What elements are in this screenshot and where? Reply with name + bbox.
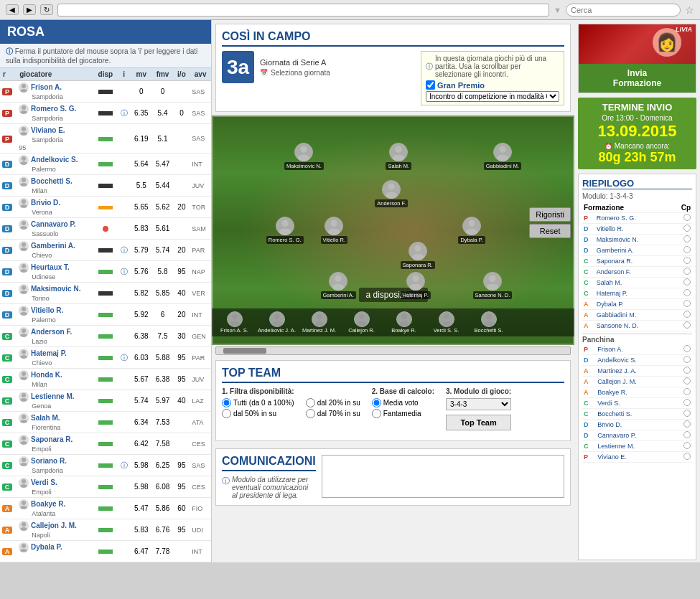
field-player[interactable]: Maksimovic N. xyxy=(284,143,324,170)
rigoristi-button[interactable]: Rigoristi xyxy=(529,207,571,222)
comunicazioni-textarea[interactable] xyxy=(322,455,564,498)
bench-player-name: Martinez J. M. xyxy=(302,327,336,334)
invia-formazione-button[interactable]: InviaFormazione xyxy=(579,64,696,93)
player-name[interactable]: Gamberini A. xyxy=(31,242,75,250)
player-team: Lazio xyxy=(32,338,47,345)
table-row[interactable]: D Vitiello R. Palermo 5.92 6 20 INT xyxy=(0,304,211,326)
table-row[interactable]: C Saponara R. Empoli 6.42 7.58 CES xyxy=(0,433,211,455)
player-avatar xyxy=(19,478,29,488)
player-name[interactable]: Viviano E. xyxy=(31,126,65,134)
field-player[interactable]: Romero S. G. xyxy=(266,217,304,244)
player-name[interactable]: Andelkovic S. xyxy=(31,156,78,164)
player-name[interactable]: Verdi S. xyxy=(31,478,57,486)
bench-player[interactable]: Andelkovic J. A. xyxy=(257,311,297,334)
player-name[interactable]: Saponara R. xyxy=(31,435,73,443)
table-row[interactable]: C Soriano R. Sampdoria ⓘ 5.98 6.25 95 SA… xyxy=(0,455,211,476)
field-player[interactable]: Saponara R. xyxy=(401,242,435,269)
svg-point-30 xyxy=(22,415,26,419)
bench-player[interactable]: Martinez J. M. xyxy=(299,311,339,334)
player-name[interactable]: Cannavaro P. xyxy=(31,220,76,228)
table-row[interactable]: C Lestienne M. Genoa 5.74 5.97 40 LAZ xyxy=(0,390,211,412)
field-player[interactable]: Gabbiadini M. xyxy=(484,143,521,170)
table-row[interactable]: A Boakye R. Atalanta 5.47 5.86 60 FIO xyxy=(0,498,211,519)
field-player[interactable]: Gamberini A. xyxy=(321,272,356,299)
refresh-button[interactable]: ↻ xyxy=(40,4,53,15)
field-player[interactable]: Salah M. xyxy=(386,143,411,170)
table-row[interactable]: A Dybala P. 6.47 7.78 INT xyxy=(0,541,211,562)
top-team-button[interactable]: Top Team xyxy=(446,415,511,430)
gp-select[interactable]: Incontro di competizione in modalità GP xyxy=(426,91,559,102)
table-row[interactable]: C Anderson F. Lazio 6.38 7.5 30 GEN xyxy=(0,326,211,347)
url-bar[interactable]: invio_formazioni.php xyxy=(57,4,549,16)
back-button[interactable]: ◀ xyxy=(6,4,19,15)
player-mv: 5.98 xyxy=(131,476,152,498)
player-team: Sampdoria xyxy=(32,115,63,122)
player-name[interactable]: Dybala P. xyxy=(31,543,62,551)
reset-button[interactable]: Reset xyxy=(529,224,571,238)
riepilogo-name: Saponara R. xyxy=(595,256,671,267)
player-io: 20 xyxy=(174,304,190,326)
table-row[interactable]: D Brivio D. Verona 5.65 5.62 20 TOR xyxy=(0,197,211,218)
filter-tutti[interactable]: Tutti (da 0 a 100%) xyxy=(222,398,294,407)
table-row[interactable]: D Heurtaux T. Udinese ⓘ 5.76 5.8 95 NAP xyxy=(0,261,211,283)
table-row[interactable]: D Bocchetti S. Milan 5.5 5.44 JUV xyxy=(0,175,211,197)
table-row[interactable]: A Callejon J. M. Napoli 5.83 6.76 95 UDI xyxy=(0,519,211,541)
table-row[interactable]: D Cannavaro P. Sassuolo 5.83 5.61 SAM xyxy=(0,218,211,240)
filter-70[interactable]: dal 70% in su xyxy=(306,409,360,418)
player-name[interactable]: Anderson F. xyxy=(31,328,72,336)
field-player[interactable]: Dybala P. xyxy=(458,217,485,244)
modulo-select[interactable]: 3-4-3 3-5-2 4-4-2 4-3-3 xyxy=(446,398,511,410)
player-name[interactable]: Brivio D. xyxy=(31,199,60,207)
player-name[interactable]: Honda K. xyxy=(31,371,62,379)
table-row[interactable]: C Hatemaj P. Chievo ⓘ 6.03 5.88 95 PAR xyxy=(0,347,211,369)
table-row[interactable]: C Salah M. Fiorentina 6.34 7.53 ATA xyxy=(0,412,211,433)
player-name[interactable]: Romero S. G. xyxy=(31,105,76,113)
player-name[interactable]: Frison A. xyxy=(31,83,62,91)
table-row[interactable]: C Honda K. Milan 5.67 6.38 95 JUV xyxy=(0,369,211,390)
table-row[interactable]: P Frison A. Sampdoria 0 0 SAS xyxy=(0,81,211,103)
bench-player[interactable]: Boakye R. xyxy=(384,311,424,334)
player-name[interactable]: Callejon J. M. xyxy=(31,522,77,529)
player-fmv: 7.5 xyxy=(152,326,174,347)
player-name[interactable]: Salah M. xyxy=(31,414,60,422)
riepilogo-row: P Romero S. G. xyxy=(582,213,692,224)
riepilogo-role: C xyxy=(582,267,595,278)
player-name[interactable]: Lestienne M. xyxy=(31,392,75,400)
svg-point-1 xyxy=(20,89,27,93)
bench-player[interactable]: Verdi S. S. xyxy=(426,311,466,334)
player-name[interactable]: Hatemaj P. xyxy=(31,349,67,357)
table-row[interactable]: D Maksimovic N. Torino 5.82 5.85 40 VER xyxy=(0,283,211,304)
forward-button[interactable]: ▶ xyxy=(23,4,36,15)
field-player[interactable]: Hatemaj P. xyxy=(401,272,431,299)
field-player[interactable]: Vitiello R. xyxy=(321,217,348,244)
bench-player[interactable]: Callejon R. xyxy=(342,311,381,334)
table-row[interactable]: P Viviano E. Sampdoria95 6.19 5.1 SAS xyxy=(0,124,211,154)
field-player[interactable]: Anderson F. xyxy=(375,180,408,207)
player-name[interactable]: Maksimovic N. xyxy=(31,285,80,293)
player-name[interactable]: Boakye R. xyxy=(31,500,65,508)
field-scrollbar[interactable] xyxy=(215,346,571,355)
bench-player[interactable]: Frison A. S. xyxy=(215,311,254,334)
bench-player[interactable]: Bocchetti S. xyxy=(469,311,508,334)
riepilogo-radio xyxy=(683,300,691,307)
table-row[interactable]: C Verdi S. Empoli 5.98 6.08 95 CES xyxy=(0,476,211,498)
gp-check[interactable] xyxy=(426,80,435,90)
base-fantamedia[interactable]: Fantamedia xyxy=(372,409,434,418)
field-player[interactable]: Sansone N. D. xyxy=(473,272,513,299)
search-bar[interactable] xyxy=(566,4,681,16)
player-name[interactable]: Soriano R. xyxy=(31,457,67,465)
table-row[interactable]: D Gamberini A. Chievo ⓘ 5.79 5.74 20 PAR xyxy=(0,240,211,261)
filter-20[interactable]: dal 20% in su xyxy=(306,398,360,407)
panchina-radio-cell xyxy=(673,441,692,452)
bookmark-icon[interactable]: ☆ xyxy=(685,4,694,16)
player-name[interactable]: Heurtaux T. xyxy=(31,263,70,271)
table-row[interactable]: P Romero S. G. Sampdoria ⓘ 6.35 5.4 0 SA… xyxy=(0,103,211,124)
base-mediavoto[interactable]: Media voto xyxy=(372,398,434,407)
filter-50[interactable]: dal 50% in su xyxy=(222,409,294,418)
player-fmv: 5.85 xyxy=(152,283,174,304)
table-row[interactable]: D Andelkovic S. Palermo 5.64 5.47 INT xyxy=(0,154,211,175)
player-name[interactable]: Bocchetti S. xyxy=(31,177,73,185)
player-disp xyxy=(93,283,117,304)
role-badge: D xyxy=(2,182,12,189)
player-name[interactable]: Vitiello R. xyxy=(31,306,63,314)
